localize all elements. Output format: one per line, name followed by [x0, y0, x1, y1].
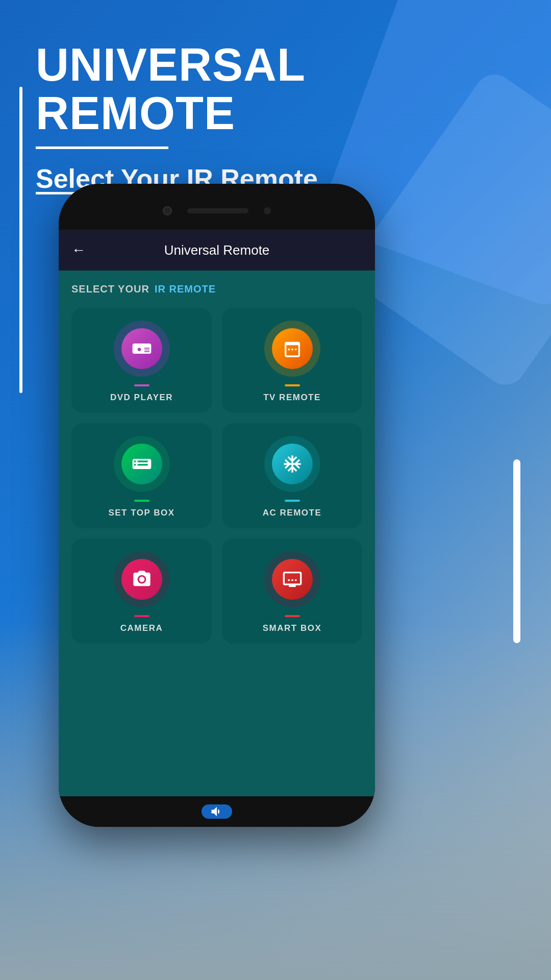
tv-icon-inner: [272, 328, 313, 369]
cam-indicator: [134, 615, 149, 617]
phone-bottom-bar: [59, 796, 375, 827]
phone-body: ← Universal Remote SELECT YOUR IR REMOTE: [59, 184, 375, 827]
tv-label: TV REMOTE: [263, 393, 321, 403]
phone-mockup: ← Universal Remote SELECT YOUR IR REMOTE: [59, 184, 375, 827]
tv-icon-outer: [264, 321, 320, 377]
dvd-icon-inner: [121, 328, 162, 369]
remote-item-camera[interactable]: CAMERA: [71, 538, 212, 644]
title-line2: REMOTE: [36, 88, 235, 139]
ac-remote-icon: [282, 454, 303, 474]
set-top-box-icon: [132, 454, 152, 474]
ac-icon-inner: [272, 444, 313, 484]
scroll-indicator: [513, 459, 520, 643]
phone-screen: ← Universal Remote SELECT YOUR IR REMOTE: [59, 230, 375, 796]
remote-item-smart-box[interactable]: SMART BOX: [222, 538, 362, 644]
ac-indicator: [285, 500, 300, 502]
stb-icon-outer: [114, 436, 170, 492]
stb-indicator: [134, 500, 149, 502]
phone-notch: [59, 184, 375, 230]
section-header: SELECT YOUR IR REMOTE: [69, 283, 365, 295]
cam-icon-inner: [121, 559, 162, 600]
sb-icon-inner: [272, 559, 313, 600]
toolbar-title: Universal Remote: [164, 242, 270, 258]
title-line1: UNIVERSAL: [36, 39, 306, 90]
sb-icon-outer: [264, 551, 320, 607]
app-title: UNIVERSAL REMOTE: [36, 41, 318, 137]
dvd-player-icon: [132, 338, 152, 359]
cam-label: CAMERA: [120, 623, 163, 633]
sb-label: SMART BOX: [263, 623, 322, 633]
cam-icon-outer: [114, 551, 170, 607]
speaker-icon: [210, 804, 224, 819]
title-divider: [36, 146, 168, 149]
dvd-indicator: [134, 384, 149, 386]
remote-item-tv-remote[interactable]: TV REMOTE: [222, 308, 362, 413]
dvd-label: DVD PLAYER: [110, 393, 173, 403]
dvd-icon-outer: [114, 321, 170, 377]
back-button[interactable]: ←: [71, 242, 92, 258]
ac-icon-outer: [264, 436, 320, 492]
remote-item-set-top-box[interactable]: SET TOP BOX: [71, 423, 212, 528]
section-label-highlight: IR REMOTE: [155, 283, 216, 295]
section-label-static: SELECT YOUR: [71, 283, 149, 295]
app-toolbar: ← Universal Remote: [59, 230, 375, 271]
header-section: UNIVERSAL REMOTE Select Your IR Remote: [36, 41, 318, 194]
remote-grid: DVD PLAYER TV REMOTE: [69, 308, 365, 644]
earpiece-speaker: [187, 208, 248, 213]
ac-label: AC REMOTE: [263, 508, 322, 518]
sensor-dot: [264, 207, 271, 214]
remote-item-ac-remote[interactable]: AC REMOTE: [222, 423, 362, 528]
home-button[interactable]: [202, 804, 232, 819]
smart-box-icon: [282, 569, 303, 590]
front-camera: [163, 206, 172, 215]
camera-icon: [132, 569, 152, 590]
tv-indicator: [285, 384, 300, 386]
sb-indicator: [285, 615, 300, 617]
accent-vertical-line: [19, 87, 22, 393]
screen-content: SELECT YOUR IR REMOTE: [59, 271, 375, 656]
stb-label: SET TOP BOX: [108, 508, 174, 518]
tv-remote-icon: [282, 338, 303, 359]
remote-item-dvd-player[interactable]: DVD PLAYER: [71, 308, 212, 413]
stb-icon-inner: [121, 444, 162, 484]
